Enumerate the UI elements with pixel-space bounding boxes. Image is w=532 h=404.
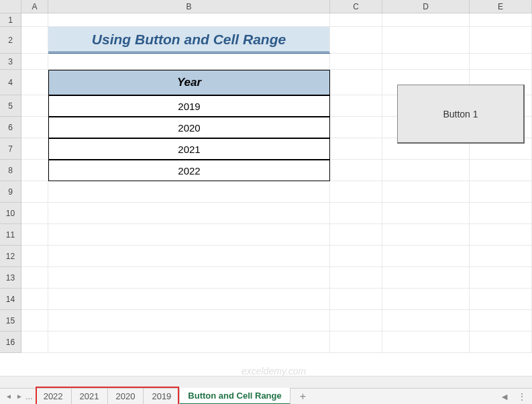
table-header-year[interactable]: Year [48, 70, 330, 95]
cell-c10[interactable] [330, 203, 382, 224]
row-header-2[interactable]: 2 [0, 27, 21, 54]
cell-a4[interactable] [21, 70, 48, 95]
tab-next-icon[interactable]: ► [16, 393, 23, 400]
cell-c4[interactable] [330, 70, 382, 95]
cell-b15[interactable] [48, 310, 330, 332]
cell-e1[interactable] [470, 13, 532, 27]
table-row[interactable]: 2019 [48, 95, 330, 117]
row-header-8[interactable]: 8 [0, 160, 21, 181]
row-header-1[interactable]: 1 [0, 13, 21, 27]
cell-e3[interactable] [470, 54, 532, 70]
cell-c14[interactable] [330, 289, 382, 310]
cell-a6[interactable] [21, 117, 48, 138]
cell-e15[interactable] [470, 310, 532, 332]
cell-c15[interactable] [330, 310, 382, 332]
cell-c16[interactable] [330, 332, 382, 353]
cell-e16[interactable] [470, 332, 532, 353]
cell-a1[interactable] [21, 13, 48, 27]
col-header-e[interactable]: E [470, 0, 532, 13]
table-row[interactable]: 2020 [48, 117, 330, 138]
row-header-7[interactable]: 7 [0, 138, 21, 160]
cell-d9[interactable] [382, 181, 470, 203]
cell-c13[interactable] [330, 267, 382, 289]
cell-d11[interactable] [382, 224, 470, 246]
sheet-tab-2019[interactable]: 2019 [144, 389, 180, 404]
col-header-a[interactable]: A [21, 0, 48, 13]
cell-d10[interactable] [382, 203, 470, 224]
cell-a9[interactable] [21, 181, 48, 203]
horizontal-scrollbar[interactable] [0, 376, 532, 388]
sheet-tab-2022[interactable]: 2022 [36, 389, 72, 404]
add-sheet-button[interactable]: + [290, 391, 315, 403]
cell-a11[interactable] [21, 224, 48, 246]
row-header-9[interactable]: 9 [0, 181, 21, 203]
macro-button-1[interactable]: Button 1 [397, 85, 525, 144]
cell-d15[interactable] [382, 310, 470, 332]
cell-a16[interactable] [21, 332, 48, 353]
cell-a12[interactable] [21, 246, 48, 267]
col-header-c[interactable]: C [330, 0, 382, 13]
cell-a7[interactable] [21, 138, 48, 160]
row-header-4[interactable]: 4 [0, 70, 21, 95]
title-cell[interactable]: Using Button and Cell Range [48, 27, 330, 54]
cell-e2[interactable] [470, 27, 532, 54]
cell-b14[interactable] [48, 289, 330, 310]
tab-prev-icon[interactable]: ◄ [5, 393, 12, 400]
cell-d14[interactable] [382, 289, 470, 310]
cell-a15[interactable] [21, 310, 48, 332]
col-header-b[interactable]: B [48, 0, 330, 13]
cell-b12[interactable] [48, 246, 330, 267]
cell-b11[interactable] [48, 224, 330, 246]
select-all-corner[interactable] [0, 0, 21, 13]
row-header-13[interactable]: 13 [0, 267, 21, 289]
row-header-10[interactable]: 10 [0, 203, 21, 224]
cell-c11[interactable] [330, 224, 382, 246]
row-header-3[interactable]: 3 [0, 54, 21, 70]
row-header-12[interactable]: 12 [0, 246, 21, 267]
row-header-16[interactable]: 16 [0, 332, 21, 353]
cell-b13[interactable] [48, 267, 330, 289]
cell-d8[interactable] [382, 160, 470, 181]
row-header-5[interactable]: 5 [0, 95, 21, 117]
tab-scroll-left-icon[interactable]: ◄ [500, 391, 509, 402]
tabs-overflow-icon[interactable]: ... [23, 391, 36, 401]
row-header-11[interactable]: 11 [0, 224, 21, 246]
cell-c7[interactable] [330, 138, 382, 160]
cell-c8[interactable] [330, 160, 382, 181]
cell-d1[interactable] [382, 13, 470, 27]
cell-d13[interactable] [382, 267, 470, 289]
cell-b3[interactable] [48, 54, 330, 70]
sheet-tab-active[interactable]: Button and Cell Range [180, 388, 290, 404]
cell-b9[interactable] [48, 181, 330, 203]
cell-c9[interactable] [330, 181, 382, 203]
row-header-6[interactable]: 6 [0, 117, 21, 138]
cell-a13[interactable] [21, 267, 48, 289]
cell-b1[interactable] [48, 13, 330, 27]
cell-a3[interactable] [21, 54, 48, 70]
cell-a8[interactable] [21, 160, 48, 181]
cell-a10[interactable] [21, 203, 48, 224]
cell-b16[interactable] [48, 332, 330, 353]
cell-d12[interactable] [382, 246, 470, 267]
cell-e14[interactable] [470, 289, 532, 310]
col-header-d[interactable]: D [382, 0, 470, 13]
cell-e13[interactable] [470, 267, 532, 289]
cell-c6[interactable] [330, 117, 382, 138]
table-row[interactable]: 2022 [48, 160, 330, 181]
cell-e12[interactable] [470, 246, 532, 267]
cell-d16[interactable] [382, 332, 470, 353]
cell-d2[interactable] [382, 27, 470, 54]
sheet-tab-2020[interactable]: 2020 [108, 389, 144, 404]
sheet-tab-2021[interactable]: 2021 [72, 389, 108, 404]
tab-options-icon[interactable]: ⋮ [517, 391, 527, 402]
cell-a14[interactable] [21, 289, 48, 310]
cell-b10[interactable] [48, 203, 330, 224]
cell-c12[interactable] [330, 246, 382, 267]
row-header-14[interactable]: 14 [0, 289, 21, 310]
cell-e10[interactable] [470, 203, 532, 224]
cell-c2[interactable] [330, 27, 382, 54]
cell-d3[interactable] [382, 54, 470, 70]
table-row[interactable]: 2021 [48, 138, 330, 160]
cell-c3[interactable] [330, 54, 382, 70]
cell-e9[interactable] [470, 181, 532, 203]
